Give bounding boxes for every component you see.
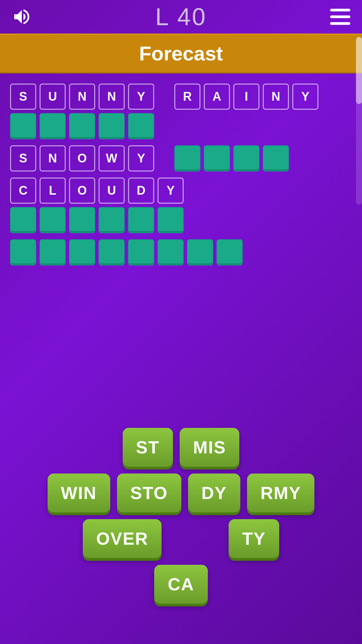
tile-h13	[99, 207, 125, 233]
word-hidden-6	[10, 207, 184, 233]
tile-l: L	[40, 178, 66, 204]
word-cloudy: C L O U D Y	[10, 178, 184, 204]
tile-h1	[10, 113, 36, 139]
tile-s2: S	[10, 145, 36, 171]
tile-h11	[40, 207, 66, 233]
tile-h5	[128, 113, 154, 139]
tile-y4: Y	[158, 178, 184, 204]
scroll-thumb	[356, 37, 362, 104]
tile-n2: N	[99, 84, 125, 110]
tile-w: W	[99, 145, 125, 171]
tile-h10	[10, 207, 36, 233]
word-row-2: S N O W Y	[10, 145, 352, 171]
tile-h22	[187, 239, 213, 265]
tile-h9	[263, 145, 289, 171]
word-hidden-4	[174, 145, 289, 171]
category-label: Forecast	[139, 42, 223, 65]
tile-n4: N	[40, 145, 66, 171]
tile-c: C	[10, 178, 36, 204]
btn-row-4: CA	[154, 565, 207, 604]
tile-h23	[217, 239, 243, 265]
btn-st[interactable]: ST	[123, 428, 173, 467]
tile-d: D	[128, 178, 154, 204]
tile-h21	[158, 239, 184, 265]
tile-o: O	[69, 145, 95, 171]
tile-u2: U	[99, 178, 125, 204]
btn-ty[interactable]: TY	[229, 519, 279, 558]
tile-a: A	[204, 84, 230, 110]
menu-line-1	[330, 9, 350, 11]
tile-h8	[233, 145, 259, 171]
tile-y: Y	[128, 84, 154, 110]
tile-h18	[69, 239, 95, 265]
tile-o2: O	[69, 178, 95, 204]
tile-s: S	[10, 84, 36, 110]
word-sunny: S U N N Y	[10, 84, 154, 110]
tile-i: I	[233, 84, 259, 110]
btn-rmy[interactable]: RMY	[247, 474, 315, 512]
btn-ca[interactable]: CA	[154, 565, 207, 604]
word-snowy: S N O W Y	[10, 145, 154, 171]
btn-over[interactable]: OVER	[83, 519, 162, 558]
btn-row-2: WIN STO DY RMY	[48, 474, 315, 512]
btn-mis[interactable]: MIS	[180, 428, 239, 467]
word-row-4	[10, 239, 352, 265]
btn-dy[interactable]: DY	[188, 474, 240, 512]
word-hidden-5	[10, 113, 154, 139]
buttons-area: ST MIS WIN STO DY RMY OVER TY CA	[0, 428, 362, 604]
sound-button[interactable]	[10, 5, 34, 29]
tile-n3: N	[263, 84, 289, 110]
tile-u: U	[40, 84, 66, 110]
tile-h17	[40, 239, 66, 265]
menu-line-3	[330, 22, 350, 25]
word-row-1: S U N N Y R A I N Y	[10, 84, 352, 139]
menu-line-2	[330, 15, 350, 18]
tile-h3	[69, 113, 95, 139]
tile-h7	[204, 145, 230, 171]
tile-n1: N	[69, 84, 95, 110]
tile-y3: Y	[128, 145, 154, 171]
header: L 40	[0, 0, 362, 34]
btn-sto[interactable]: STO	[117, 474, 181, 512]
word-hidden-8	[10, 239, 243, 265]
tile-h2	[40, 113, 66, 139]
word-rainy: R A I N Y	[174, 84, 318, 110]
tile-h15	[158, 207, 184, 233]
tile-h19	[99, 239, 125, 265]
tile-h16	[10, 239, 36, 265]
btn-win[interactable]: WIN	[48, 474, 110, 512]
category-banner: Forecast	[0, 34, 362, 73]
tile-h4	[99, 113, 125, 139]
tile-h20	[128, 239, 154, 265]
words-area: S U N N Y R A I N Y S N O W Y	[0, 73, 362, 272]
tile-h12	[69, 207, 95, 233]
tile-r: R	[174, 84, 200, 110]
word-row-3: C L O U D Y	[10, 178, 352, 233]
level-display: L 40	[155, 3, 206, 31]
scrollbar[interactable]	[356, 37, 362, 205]
btn-row-1: ST MIS	[123, 428, 240, 467]
tile-y2: Y	[292, 84, 318, 110]
btn-row-3: OVER TY	[83, 519, 279, 558]
tile-h14	[128, 207, 154, 233]
menu-button[interactable]	[328, 5, 352, 29]
tile-h6	[174, 145, 200, 171]
